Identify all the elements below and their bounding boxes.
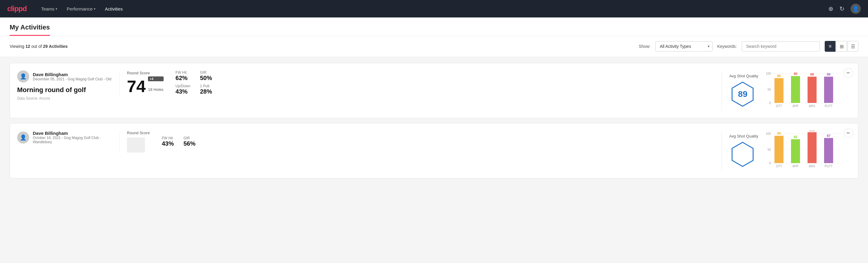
stat-gir-value: 50% xyxy=(200,75,215,82)
activity-title: Morning round of golf xyxy=(17,86,119,94)
viewing-middle: out of xyxy=(31,44,43,49)
nav-teams[interactable]: Teams ▾ xyxy=(41,6,57,11)
avatar-icon: 👤 xyxy=(20,73,27,80)
avatar: 👤 xyxy=(17,132,29,144)
edit-button[interactable]: ✏ xyxy=(844,68,853,78)
svg-text:OTT: OTT xyxy=(776,165,782,168)
quality-left: Avg Shot Quality xyxy=(729,134,758,168)
card-left: 👤 Dave Billingham October 16, 2021 - Gog… xyxy=(17,130,119,148)
chevron-down-icon: ▾ xyxy=(94,7,95,10)
quality-section: Avg Shot Quality 89 100 50 0 xyxy=(721,70,851,111)
nav-activities-label: Activities xyxy=(105,6,123,11)
quality-section: Avg Shot Quality 100 50 0 xyxy=(721,130,851,171)
view-grid-button[interactable]: ⊞ xyxy=(836,41,847,52)
edit-button[interactable]: ✏ xyxy=(844,128,853,138)
avg-shot-quality-label: Avg Shot Quality xyxy=(729,74,758,78)
hexagon xyxy=(729,141,756,168)
activity-card: ✏ 👤 Dave Billingham October 16, 2021 - G… xyxy=(10,123,858,178)
refresh-icon[interactable]: ↻ xyxy=(839,5,844,12)
search-input[interactable] xyxy=(742,41,820,52)
activity-type-select-wrapper: All Activity Types ▾ xyxy=(655,41,713,52)
content-area: ✏ 👤 Dave Billingham December 05, 2021 - … xyxy=(0,57,868,189)
page-title: My Activities xyxy=(10,18,50,36)
user-icon: 👤 xyxy=(852,5,859,12)
stat-1putt-label: 1 Putt xyxy=(200,84,215,88)
nav-performance-label: Performance xyxy=(67,6,93,11)
svg-text:106: 106 xyxy=(809,130,815,132)
avg-shot-quality-label: Avg Shot Quality xyxy=(729,134,758,139)
nav-activities[interactable]: Activities xyxy=(105,6,123,11)
svg-text:87: 87 xyxy=(827,134,830,138)
show-label: Show: xyxy=(639,44,651,49)
stat-updown-value: 43% xyxy=(176,88,190,95)
data-source: Data Source: Arccos xyxy=(17,96,119,100)
user-row: 👤 Dave Billingham December 05, 2021 - Go… xyxy=(17,70,119,83)
view-list-dense-button[interactable]: ≡ xyxy=(825,41,836,52)
keywords-label: Keywords: xyxy=(717,44,737,49)
avatar-icon: 👤 xyxy=(20,134,27,141)
chevron-down-icon: ▾ xyxy=(56,7,57,10)
bar-chart-section: 100 50 0 94 OTT 82 APP 106 xyxy=(766,130,844,171)
svg-text:90: 90 xyxy=(794,72,797,76)
filter-bar: Viewing 12 out of 29 Activities Show: Al… xyxy=(0,36,868,57)
stat-fw-hit-label: FW Hit xyxy=(176,70,190,75)
bar-chart-section: 100 50 0 85 OTT 90 APP xyxy=(766,70,844,111)
bar-putt xyxy=(824,138,833,164)
nav-actions: ⊕ ↻ 👤 xyxy=(828,4,861,14)
hexagon-value: 89 xyxy=(738,89,747,99)
add-icon[interactable]: ⊕ xyxy=(828,5,833,12)
svg-text:ARG: ARG xyxy=(809,165,815,168)
stat-fw-hit: FW Hit 62% xyxy=(176,70,190,82)
viewing-suffix: Activities xyxy=(49,44,68,49)
stats-grid: FW Hit 62% GIR 50% Up/Down 43% 1 Putt 28… xyxy=(176,70,215,95)
svg-text:PUTT: PUTT xyxy=(825,165,833,168)
page-header: My Activities xyxy=(0,18,868,36)
view-buttons: ≡ ⊞ ☰ xyxy=(825,41,858,52)
user-name: Dave Billingham xyxy=(33,72,111,77)
score-section: Round Score xyxy=(127,130,150,152)
user-info: Dave Billingham October 16, 2021 - Gog M… xyxy=(33,130,119,144)
svg-text:50: 50 xyxy=(768,88,771,91)
activity-card: ✏ 👤 Dave Billingham December 05, 2021 - … xyxy=(10,63,858,118)
round-score-label: Round Score xyxy=(127,130,150,135)
viewing-text: Viewing 12 out of 29 Activities xyxy=(10,44,68,49)
bar-app xyxy=(791,76,800,103)
svg-text:PUTT: PUTT xyxy=(825,105,833,108)
svg-text:89: 89 xyxy=(810,72,814,76)
score-main: 74 +4 18 Holes xyxy=(127,77,164,95)
bar-chart-svg: 100 50 0 85 OTT 90 APP xyxy=(766,70,844,110)
user-date: December 05, 2021 - Gog Magog Golf Club … xyxy=(33,77,111,81)
score-number: 74 xyxy=(127,78,146,95)
user-avatar-button[interactable]: 👤 xyxy=(850,4,861,14)
activity-type-select[interactable]: All Activity Types xyxy=(655,41,713,52)
hexagon: 89 xyxy=(729,81,756,108)
stat-gir: GIR 50% xyxy=(200,70,215,82)
svg-text:0: 0 xyxy=(769,101,771,105)
viewing-count: 12 xyxy=(26,44,30,49)
view-list-wide-button[interactable]: ☰ xyxy=(847,41,858,52)
bar-arg xyxy=(808,77,816,103)
svg-text:APP: APP xyxy=(793,165,799,168)
logo: clippd xyxy=(7,4,27,13)
stat-gir: GIR 56% xyxy=(183,136,195,147)
stat-fw-hit-value: 62% xyxy=(176,75,190,82)
stat-updown-label: Up/Down xyxy=(176,84,190,88)
nav-performance[interactable]: Performance ▾ xyxy=(67,6,95,11)
nav-teams-label: Teams xyxy=(41,6,55,11)
score-section: Round Score 74 +4 18 Holes xyxy=(127,71,164,95)
score-badge: +4 xyxy=(148,77,163,81)
svg-text:50: 50 xyxy=(768,148,771,151)
stat-fw-hit-value: 43% xyxy=(162,140,174,147)
score-holes: 18 Holes xyxy=(148,87,163,92)
bar-chart-svg: 100 50 0 94 OTT 82 APP 106 xyxy=(766,130,844,170)
stat-1putt: 1 Putt 28% xyxy=(200,84,215,95)
bar-app xyxy=(791,139,800,163)
svg-text:100: 100 xyxy=(766,132,771,136)
navbar: clippd Teams ▾ Performance ▾ Activities … xyxy=(0,0,868,18)
hexagon-wrapper: 89 xyxy=(729,81,758,108)
bar-arg xyxy=(808,132,816,163)
stat-1putt-value: 28% xyxy=(200,88,215,95)
user-info: Dave Billingham December 05, 2021 - Gog … xyxy=(33,72,111,81)
svg-text:OTT: OTT xyxy=(776,105,782,108)
stat-fw-hit-label: FW Hit xyxy=(162,136,174,140)
